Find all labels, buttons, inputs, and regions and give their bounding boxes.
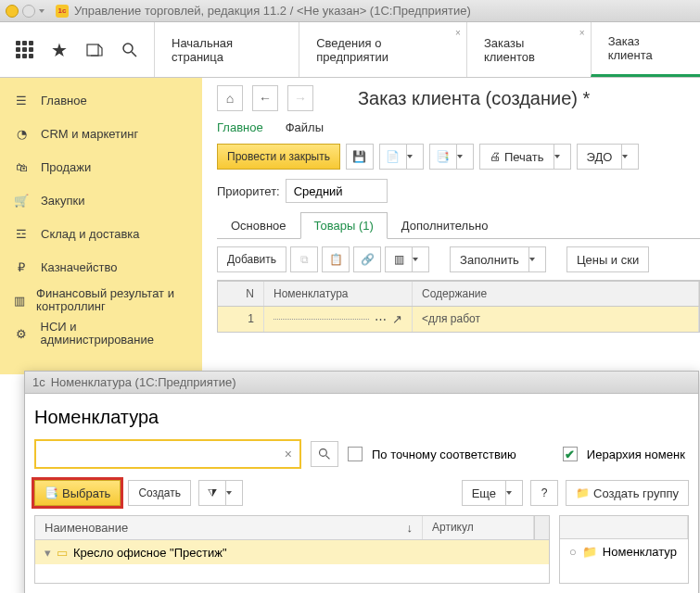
sidebar-item-label: Казначейство [41, 260, 117, 274]
search-go-icon[interactable] [311, 441, 338, 467]
subtab-main[interactable]: Главное [217, 120, 263, 134]
sidebar-item-warehouse[interactable]: ☲Склад и доставка [0, 217, 202, 250]
cell-n: 1 [218, 307, 264, 332]
col-n-header[interactable]: N [218, 282, 264, 306]
inner-tabs: Основное Товары (1) Дополнительно [217, 212, 700, 239]
exact-match-checkbox[interactable] [348, 447, 363, 461]
priority-select[interactable]: Средний [286, 179, 388, 203]
history-icon[interactable] [85, 41, 104, 59]
table-row[interactable]: 1 ⋯↗ <для работ [218, 307, 699, 332]
main-area: ⌂ ← → Заказ клиента (создание) * Главное… [202, 78, 700, 374]
bag-icon: 🛍 [13, 158, 30, 175]
window-titlebar: 1с Управление торговлей, редакция 11.2 /… [0, 0, 700, 22]
close-icon[interactable]: × [455, 28, 461, 38]
clear-icon[interactable]: × [285, 447, 292, 461]
window-title: Управление торговлей, редакция 11.2 / <Н… [74, 4, 471, 18]
sidebar-item-crm[interactable]: ◔CRM и маркетинг [0, 117, 202, 150]
goods-table: N Номенклатура Содержание 1 ⋯↗ <для рабо… [217, 280, 700, 333]
toolbar-icons: ★ [0, 22, 154, 77]
col-nom-header[interactable]: Номенклатура [264, 282, 413, 306]
goods-toolbar: Добавить ⧉ 📋 🔗 ▥ Заполнить Цены и ски [217, 239, 700, 280]
forward-button[interactable]: → [287, 85, 313, 111]
itab-goods[interactable]: Товары (1) [300, 212, 388, 239]
modal-titlebar: 1с Номенклатура (1С:Предприятие) [25, 372, 698, 394]
tab-order-create[interactable]: Заказ клиента [591, 22, 700, 77]
button-label: Выбрать [62, 486, 110, 500]
cell-sod[interactable]: <для работ [413, 307, 699, 332]
modal-heading: Номенклатура [34, 407, 689, 428]
col-article-header[interactable]: Артикул [423, 516, 534, 539]
post-and-close-button[interactable]: Провести и закрыть [217, 144, 340, 170]
sidebar-item-label: CRM и маркетинг [41, 127, 138, 141]
select-button[interactable]: 📑 Выбрать [34, 480, 121, 506]
sidebar-item-label: Главное [41, 94, 87, 107]
search-input[interactable]: × [34, 439, 301, 469]
ellipsis-icon[interactable]: ⋯ [375, 312, 387, 326]
link-icon-button[interactable]: 🔗 [353, 246, 381, 272]
sidebar-item-sales[interactable]: 🛍Продажи [0, 150, 202, 183]
sidebar-item-admin[interactable]: ⚙НСИ и администрирование [0, 317, 202, 350]
paste-icon-button[interactable]: 📋 [322, 246, 350, 272]
add-row-button[interactable]: Добавить [217, 246, 286, 272]
window-max-icon[interactable] [22, 5, 35, 18]
sidebar-item-label: НСИ и администрирование [41, 321, 190, 347]
send-split-button[interactable]: 📑 [429, 144, 474, 170]
post-split-button[interactable]: 📄 [379, 144, 424, 170]
svg-point-1 [123, 44, 133, 53]
print-button[interactable]: 🖨 Печать [479, 144, 571, 170]
save-icon-button[interactable]: 💾 [346, 144, 374, 170]
apps-grid-icon[interactable] [15, 41, 33, 59]
folder-icon: 📁 [582, 545, 597, 559]
categories-tree: ○ 📁 Номенклатур [559, 515, 689, 584]
tab-label: Заказ клиента [608, 34, 683, 62]
tab-start-page[interactable]: Начальная страница [154, 22, 299, 77]
list-item[interactable]: ▾ ▭ Кресло офисное "Престиж" [35, 540, 549, 564]
app-1c-icon: 1с [32, 375, 45, 389]
top-toolbar: ★ Начальная страница Сведения о предприя… [0, 22, 700, 78]
svg-line-2 [132, 52, 136, 57]
tree-header [560, 516, 688, 538]
sidebar-item-purchases[interactable]: 🛒Закупки [0, 183, 202, 217]
col-sod-header[interactable]: Содержание [413, 282, 699, 306]
copy-icon-button[interactable]: ⧉ [290, 246, 318, 272]
filter-button[interactable]: ⧩ [198, 480, 243, 506]
sidebar-item-finance[interactable]: ▥Финансовый результат и контроллинг [0, 284, 202, 317]
edo-button[interactable]: ЭДО [577, 144, 640, 170]
more-button[interactable]: Еще [462, 480, 523, 506]
collapse-icon[interactable]: ▾ [45, 546, 51, 560]
open-icon[interactable]: ↗ [392, 312, 402, 326]
itab-additional[interactable]: Дополнительно [388, 212, 503, 238]
cell-nom[interactable]: ⋯↗ [264, 307, 413, 332]
window-dropdown-icon[interactable] [39, 9, 45, 13]
help-button[interactable]: ? [530, 480, 558, 506]
prices-button[interactable]: Цены и ски [566, 246, 649, 272]
col-name-header[interactable]: Наименование↓ [35, 516, 423, 539]
subtab-files[interactable]: Файлы [286, 120, 324, 134]
tab-company-info[interactable]: Сведения о предприятии× [299, 22, 466, 77]
barcode-button[interactable]: ▥ [385, 246, 429, 272]
close-icon[interactable]: × [579, 28, 585, 38]
search-icon[interactable] [121, 41, 139, 59]
sidebar-item-treasury[interactable]: ₽Казначейство [0, 250, 202, 284]
priority-field: Приоритет: Средний [217, 179, 700, 203]
window-min-icon[interactable] [6, 5, 19, 18]
tree-item[interactable]: ○ 📁 Номенклатур [560, 539, 688, 563]
itab-basic[interactable]: Основное [217, 212, 300, 238]
sidebar-item-label: Продажи [41, 160, 91, 174]
hierarchy-checkbox[interactable] [563, 447, 578, 461]
fill-button[interactable]: Заполнить [450, 246, 546, 272]
nomenclature-modal: 1с Номенклатура (1С:Предприятие) Номенкл… [24, 371, 699, 593]
item-icon: ▭ [57, 546, 68, 560]
back-button[interactable]: ← [252, 85, 278, 111]
cart-icon: 🛒 [13, 192, 30, 208]
sidebar-item-main[interactable]: ☰Главное [0, 83, 202, 117]
favorite-icon[interactable]: ★ [50, 41, 69, 59]
create-button[interactable]: Создать [128, 480, 191, 506]
expand-icon[interactable]: ○ [569, 545, 577, 559]
home-button[interactable]: ⌂ [217, 85, 243, 111]
sidebar-item-label: Склад и доставка [41, 227, 140, 241]
button-label: Еще [472, 486, 496, 500]
create-group-button[interactable]: 📁 Создать группу [566, 480, 689, 506]
tab-orders[interactable]: Заказы клиентов× [466, 22, 591, 77]
sidebar: ☰Главное ◔CRM и маркетинг 🛍Продажи 🛒Заку… [0, 78, 202, 374]
